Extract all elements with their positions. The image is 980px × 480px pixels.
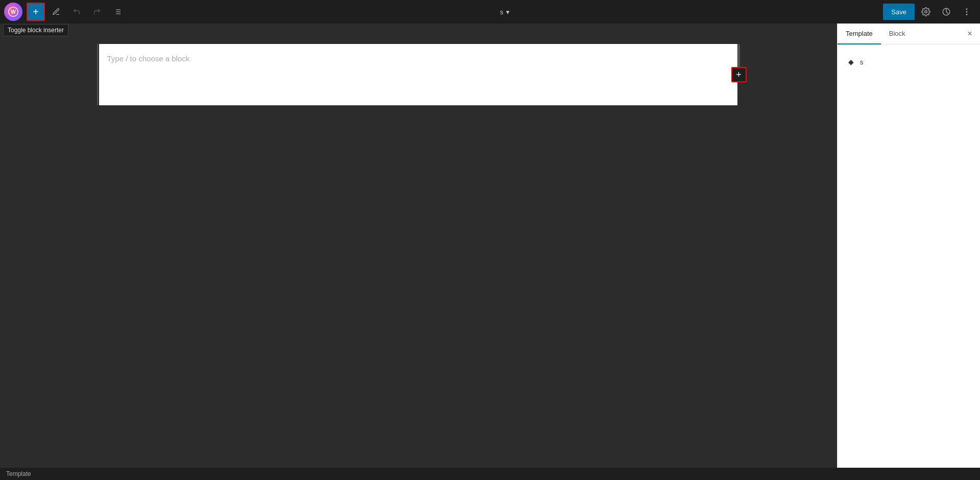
sidebar-close-button[interactable]: × bbox=[962, 26, 978, 42]
doc-title-button[interactable]: s ▾ bbox=[496, 6, 514, 18]
settings-button[interactable] bbox=[917, 3, 935, 21]
template-item-label: s bbox=[860, 58, 864, 66]
toolbar-right: Save bbox=[883, 3, 976, 21]
main-toolbar: W + Toggle block inserter bbox=[0, 0, 980, 24]
right-sidebar: Template Block × ◆ s bbox=[837, 24, 980, 468]
more-options-button[interactable] bbox=[958, 3, 976, 21]
editor-area[interactable]: Type / to choose a block + bbox=[0, 24, 837, 468]
redo-button[interactable] bbox=[88, 3, 106, 21]
tools-button[interactable] bbox=[47, 3, 65, 21]
add-block-button[interactable]: + bbox=[731, 67, 747, 82]
toolbar-center: s ▾ bbox=[129, 6, 881, 18]
svg-point-11 bbox=[966, 11, 967, 12]
editor-left-bar bbox=[97, 44, 98, 105]
bottom-bar: Template bbox=[0, 468, 980, 480]
document-overview-button[interactable] bbox=[108, 3, 127, 21]
sidebar-content: ◆ s bbox=[838, 44, 980, 468]
toggle-block-inserter-button[interactable]: + bbox=[27, 3, 45, 21]
save-button[interactable]: Save bbox=[883, 4, 915, 20]
tab-template[interactable]: Template bbox=[838, 24, 881, 44]
tab-block[interactable]: Block bbox=[881, 24, 914, 44]
svg-text:W: W bbox=[11, 9, 16, 15]
editor-placeholder: Type / to choose a block bbox=[107, 52, 190, 65]
template-item-row: ◆ s bbox=[846, 53, 972, 71]
doc-title-text: s bbox=[500, 8, 504, 16]
doc-title-chevron: ▾ bbox=[506, 8, 510, 16]
svg-point-8 bbox=[925, 11, 927, 13]
bottom-bar-label: Template bbox=[6, 470, 31, 477]
svg-point-10 bbox=[966, 9, 967, 10]
sidebar-tabs: Template Block × bbox=[838, 24, 980, 44]
undo-button[interactable] bbox=[67, 3, 86, 21]
editor-content-block[interactable]: Type / to choose a block + bbox=[99, 44, 737, 105]
template-item-icon: ◆ bbox=[846, 57, 856, 67]
main-layout: Type / to choose a block + Template Bloc… bbox=[0, 24, 980, 468]
svg-point-12 bbox=[966, 14, 967, 15]
wp-logo[interactable]: W bbox=[4, 3, 22, 21]
editor-block-wrapper: Type / to choose a block + bbox=[97, 44, 740, 105]
appearance-button[interactable] bbox=[937, 3, 955, 21]
toggle-block-inserter-container: + Toggle block inserter bbox=[27, 3, 45, 21]
